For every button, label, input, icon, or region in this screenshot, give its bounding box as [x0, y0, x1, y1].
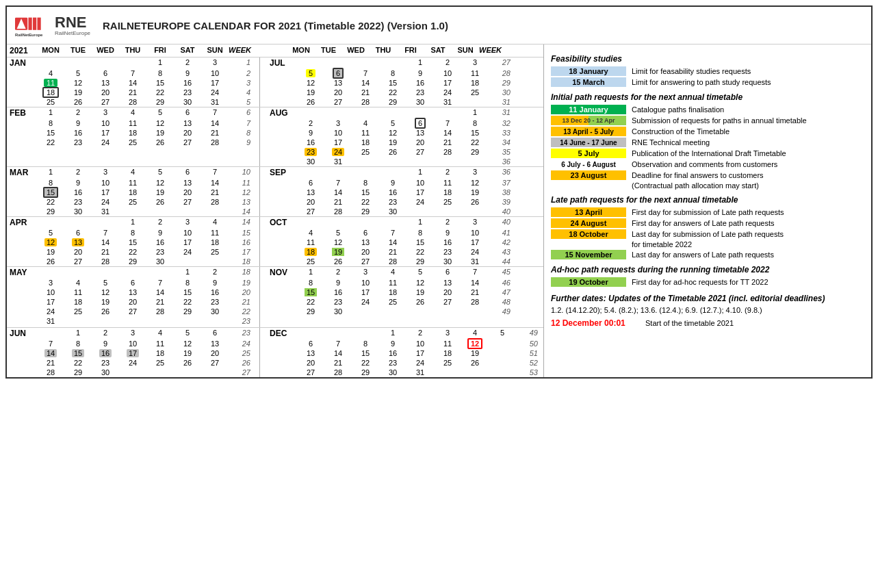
nov-label: NOV — [270, 268, 297, 277]
jul-label-row: JUL 1 2 3 27 — [267, 57, 543, 68]
d: 2 — [174, 58, 201, 68]
d: 28 — [37, 368, 64, 376]
d: 14 — [92, 238, 119, 246]
d — [201, 317, 229, 325]
aug-row5: 23 24 25 26 27 28 29 35 — [267, 147, 543, 157]
d: 16 — [64, 129, 92, 137]
d: 31 — [461, 257, 489, 266]
wk: 33 — [489, 129, 513, 137]
spacer — [270, 238, 297, 246]
d: 23 — [434, 248, 461, 256]
gap — [260, 57, 267, 107]
d: 17 — [461, 238, 489, 246]
nov-row3: 15 16 17 18 19 20 21 47 — [267, 287, 543, 297]
d: 1 — [406, 168, 434, 177]
apr-label-row: APR 1 2 3 4 14 — [7, 217, 259, 228]
d: 17 — [352, 288, 379, 296]
wk: 3 — [229, 79, 253, 87]
spacer — [10, 248, 37, 256]
d: 17 — [174, 238, 201, 246]
spacer — [10, 79, 37, 87]
d — [119, 58, 146, 68]
mar-label: MAR — [10, 168, 37, 177]
d: 25 — [37, 98, 64, 106]
d: 20 — [297, 198, 324, 206]
d: 10 — [324, 129, 352, 137]
wk: 38 — [489, 188, 513, 196]
d: 15 — [37, 188, 64, 196]
d: 31 — [37, 317, 64, 325]
initial-title: Initial path requests for the next annua… — [551, 92, 864, 102]
d: 8 — [174, 279, 201, 287]
d: 21 — [37, 359, 64, 367]
legend-text-jan11: Catalogue paths finalisation — [632, 105, 724, 114]
wk: 36 — [489, 157, 513, 166]
d: 13 — [201, 340, 229, 348]
d: 24 — [92, 138, 119, 146]
oct-row4: 18 19 20 21 22 23 24 43 — [267, 247, 543, 257]
d: 19 — [37, 248, 64, 256]
d: 19 — [297, 88, 324, 97]
d: 22 — [461, 138, 489, 146]
legend-row-jul6-aug6: 6 July - 6 August Observation and commen… — [551, 159, 864, 169]
d: 1 — [461, 108, 489, 118]
legend-color-mar15: 15 March — [551, 77, 626, 87]
gap — [260, 267, 267, 327]
d: 5 — [324, 229, 352, 237]
d — [119, 268, 146, 277]
apr-row3: 12 13 14 15 16 17 18 16 — [7, 238, 259, 247]
aug-row4: 16 17 18 19 20 21 22 34 — [267, 138, 543, 147]
d: 15 — [379, 79, 406, 87]
d: 24 — [119, 359, 146, 367]
d: 16 — [324, 288, 352, 296]
d: 27 — [406, 148, 434, 156]
d: 9 — [297, 129, 324, 137]
d: 30 — [201, 307, 229, 316]
d: 14 — [352, 79, 379, 87]
d: 16 — [64, 188, 92, 196]
d: 6 — [174, 108, 201, 118]
d — [352, 58, 379, 68]
d: 1 — [406, 58, 434, 68]
d — [352, 218, 379, 227]
sep-row4: 20 21 22 23 24 25 26 39 — [267, 197, 543, 207]
d: 29 — [297, 307, 324, 316]
svg-text:RailNetEurope: RailNetEurope — [15, 33, 43, 37]
spacer — [270, 298, 297, 306]
d: 7 — [324, 179, 352, 187]
d: 27 — [64, 257, 92, 266]
d: 2 — [434, 58, 461, 68]
wk: 48 — [489, 298, 513, 306]
col-sun-l: SUN — [201, 46, 229, 55]
d: 9 — [434, 229, 461, 237]
wk: 5 — [229, 98, 253, 106]
spacer — [270, 79, 297, 87]
sep-row3: 13 14 15 16 17 18 19 38 — [267, 188, 543, 197]
d: 6 — [119, 279, 146, 287]
wk: 43 — [489, 248, 513, 256]
wk: 27 — [229, 368, 253, 376]
d: 7 — [201, 168, 229, 177]
wk: 12 — [229, 188, 253, 196]
d: 21 — [352, 88, 379, 97]
jun-row2: 7 8 9 10 11 12 13 24 — [7, 339, 259, 348]
d: 27 — [352, 257, 379, 266]
may-label: MAY — [10, 268, 37, 277]
spacer — [10, 138, 37, 146]
d — [379, 168, 406, 177]
wk: 20 — [229, 288, 253, 296]
d: 13 — [406, 129, 434, 137]
d: 21 — [324, 198, 352, 206]
d: 26 — [37, 257, 64, 266]
d: 30 — [379, 368, 406, 376]
d — [379, 58, 406, 68]
spacer — [10, 179, 37, 187]
d: 30 — [379, 207, 406, 216]
d: 17 — [92, 129, 119, 137]
jan-label-row: JAN 1 2 3 1 — [7, 57, 259, 68]
d — [37, 218, 64, 227]
wk: 15 — [229, 229, 253, 237]
spacer — [270, 349, 297, 357]
d: 23 — [64, 198, 92, 206]
d: 23 — [297, 148, 324, 156]
